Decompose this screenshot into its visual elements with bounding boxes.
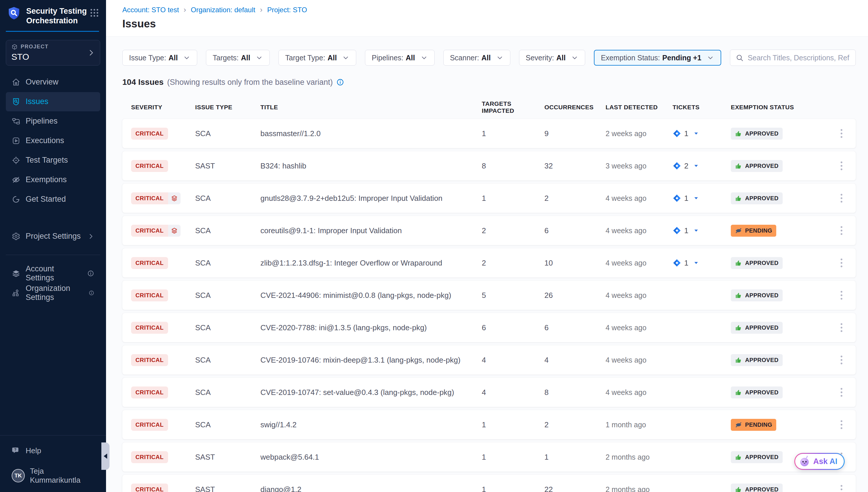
row-menu-kebab[interactable] — [838, 482, 845, 492]
sidebar-item-overview[interactable]: Overview — [6, 73, 100, 92]
table-row[interactable]: CRITICAL SCA gnutls28@3.7.9-2+deb12u5: I… — [122, 183, 856, 213]
row-menu-kebab[interactable] — [838, 158, 845, 173]
user-menu[interactable]: TK Teja Kummarikuntla — [6, 467, 100, 485]
help-button[interactable]: ? Help — [6, 442, 100, 459]
issue-type: SAST — [195, 162, 260, 171]
severity-badge: CRITICAL — [131, 322, 168, 334]
row-menu-kebab[interactable] — [838, 288, 845, 302]
breadcrumb-link[interactable]: Organization: default — [191, 6, 255, 14]
table-row[interactable]: CRITICAL SCA CVE-2019-10746: mixin-deep@… — [122, 345, 856, 374]
search-box — [730, 50, 856, 66]
eye-off-icon — [735, 421, 742, 428]
ask-ai-button[interactable]: Ask AI — [794, 453, 845, 470]
issue-title[interactable]: CVE-2019-10746: mixin-deep@1.3.1 (lang-p… — [260, 355, 482, 365]
sidebar-item-project-settings[interactable]: Project Settings — [6, 227, 100, 246]
table-row[interactable]: CRITICAL SCA bassmaster//1.2.0 1 9 2 wee… — [122, 119, 856, 148]
sidebar-item-label: Pipelines — [26, 117, 58, 126]
occurrences: 2 — [544, 420, 606, 429]
table-row[interactable]: CRITICAL SCA CVE-2020-7788: ini@1.3.5 (l… — [122, 313, 856, 342]
row-menu-kebab[interactable] — [838, 223, 845, 238]
jira-ticket-icon — [673, 194, 681, 202]
severity-badge: CRITICAL — [131, 387, 168, 398]
search-input[interactable] — [748, 54, 850, 62]
module-grid-icon[interactable] — [89, 7, 100, 18]
sto-shield-logo-icon — [6, 6, 22, 21]
filter-issue-type[interactable]: Issue Type:All — [122, 50, 197, 66]
filter-severity[interactable]: Severity:All — [519, 50, 585, 66]
issue-title[interactable]: webpack@5.64.1 — [260, 453, 482, 462]
sidebar-collapse-handle[interactable] — [101, 442, 109, 470]
severity-badge: CRITICAL — [131, 484, 168, 492]
row-menu-kebab[interactable] — [838, 126, 845, 141]
row-menu-kebab[interactable] — [838, 417, 845, 432]
issue-title[interactable]: CVE-2020-7788: ini@1.3.5 (lang-pkgs, nod… — [260, 323, 482, 332]
thumbs-up-icon — [735, 486, 742, 492]
sidebar-item-pipelines[interactable]: Pipelines — [6, 112, 100, 131]
table-row[interactable]: CRITICAL SCA CVE-2019-10747: set-value@0… — [122, 378, 856, 407]
filter-target-type[interactable]: Target Type:All — [279, 50, 356, 66]
sidebar-item-label: Executions — [26, 136, 64, 145]
issue-type: SAST — [195, 485, 260, 492]
ticket-caret-icon[interactable] — [693, 130, 699, 137]
row-menu-kebab[interactable] — [838, 255, 845, 270]
row-menu-kebab[interactable] — [838, 385, 845, 400]
severity-badge: CRITICAL — [131, 354, 168, 366]
table-row[interactable]: CRITICAL SAST webpack@5.64.1 1 1 2 month… — [122, 442, 856, 472]
issue-title[interactable]: gnutls28@3.7.9-2+deb12u5: Improper Input… — [260, 194, 482, 203]
filter-pipelines[interactable]: Pipelines:All — [365, 50, 434, 66]
filter-scanner[interactable]: Scanner:All — [443, 50, 510, 66]
project-selector[interactable]: PROJECT STO — [6, 40, 100, 66]
occurrences: 32 — [544, 162, 606, 171]
thumbs-up-icon — [735, 389, 742, 396]
issue-title[interactable]: swig//1.4.2 — [260, 420, 482, 429]
column-header: OCCURRENCES — [544, 104, 606, 111]
issue-title[interactable]: CVE-2019-10747: set-value@0.4.3 (lang-pk… — [260, 388, 482, 397]
table-row[interactable]: CRITICAL SCA coreutils@9.1-1: Improper I… — [122, 216, 856, 245]
table-row[interactable]: CRITICAL SCA zlib@1:1.2.13.dfsg-1: Integ… — [122, 248, 856, 277]
sidebar-item-exemptions[interactable]: Exemptions — [6, 170, 100, 190]
issue-title[interactable]: CVE-2021-44906: minimist@0.0.8 (lang-pkg… — [260, 291, 482, 300]
table-row[interactable]: CRITICAL SAST django@1.2 1 22 2 months a… — [122, 475, 856, 492]
table-row[interactable]: CRITICAL SCA CVE-2021-44906: minimist@0.… — [122, 281, 856, 310]
sidebar-item-issues[interactable]: Issues — [6, 92, 100, 111]
ticket-caret-icon[interactable] — [693, 163, 699, 169]
sidebar-item-account-settings[interactable]: Account Settings — [6, 264, 100, 283]
table-row[interactable]: CRITICAL SCA swig//1.4.2 1 2 1 month ago… — [122, 410, 856, 439]
filter-targets[interactable]: Targets:All — [206, 50, 270, 66]
chevron-down-icon — [420, 54, 428, 62]
help-chat-icon: ? — [12, 446, 20, 455]
breadcrumb-link[interactable]: Account: STO test — [122, 6, 179, 14]
sidebar-item-executions[interactable]: Executions — [6, 131, 100, 150]
issue-title[interactable]: B324: hashlib — [260, 162, 482, 171]
header-accent-divider — [6, 31, 99, 32]
sidebar-item-get-started[interactable]: Get Started — [6, 190, 100, 209]
info-icon[interactable] — [336, 78, 344, 86]
issue-type: SCA — [195, 291, 260, 300]
issue-title[interactable]: django@1.2 — [260, 485, 482, 492]
breadcrumb-link[interactable]: Project: STO — [267, 6, 307, 14]
ticket-caret-icon[interactable] — [693, 227, 699, 234]
sidebar-item-test-targets[interactable]: Test Targets — [6, 151, 100, 170]
sidebar-item-organization-settings[interactable]: Organization Settings — [6, 283, 100, 302]
svg-text:?: ? — [14, 448, 17, 452]
chevron-right-icon — [87, 49, 95, 57]
sidebar-nav: Overview Issues Pipelines Executions Tes… — [0, 73, 106, 209]
page-header: Account: STO test›Organization: default›… — [106, 0, 868, 37]
severity-badge: CRITICAL — [131, 128, 168, 140]
chevron-down-icon — [342, 54, 349, 62]
row-menu-kebab[interactable] — [838, 191, 845, 205]
issue-title[interactable]: zlib@1:1.2.13.dfsg-1: Integer Overflow o… — [260, 259, 482, 268]
row-menu-kebab[interactable] — [838, 320, 845, 335]
executions-icon — [12, 137, 20, 145]
page-title: Issues — [122, 18, 852, 30]
ticket-caret-icon[interactable] — [693, 260, 699, 266]
row-menu-kebab[interactable] — [838, 353, 845, 367]
thumbs-up-icon — [735, 130, 742, 137]
targets-impacted: 1 — [482, 420, 544, 429]
issue-title[interactable]: bassmaster//1.2.0 — [260, 129, 482, 138]
filter-exemption-status[interactable]: Exemption Status:Pending +1 — [594, 50, 721, 66]
issue-title[interactable]: coreutils@9.1-1: Improper Input Validati… — [260, 226, 482, 235]
ticket-caret-icon[interactable] — [693, 195, 699, 201]
avatar: TK — [12, 469, 25, 483]
table-row[interactable]: CRITICAL SAST B324: hashlib 8 32 3 weeks… — [122, 151, 856, 180]
